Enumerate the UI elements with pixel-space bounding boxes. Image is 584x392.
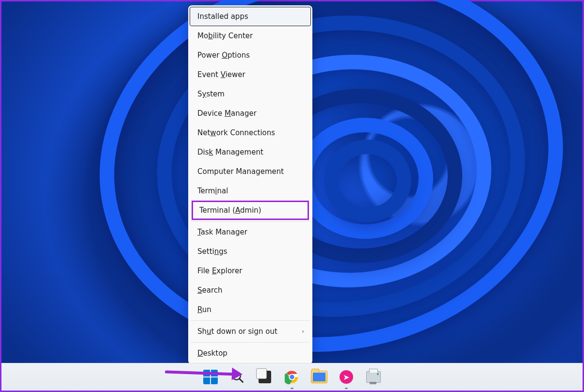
menu-item-installed-apps[interactable]: Installed apps xyxy=(190,7,311,26)
menu-item-terminal-admin[interactable]: Terminal (Admin) xyxy=(192,201,309,220)
menu-item-event-viewer[interactable]: Event Viewer xyxy=(190,65,311,84)
task-view-button[interactable] xyxy=(255,367,275,387)
menu-divider xyxy=(191,221,310,221)
menu-item-file-explorer[interactable]: File Explorer xyxy=(190,261,311,281)
menu-item-disk-management[interactable]: Disk Management xyxy=(190,142,311,162)
menu-divider xyxy=(191,342,310,343)
taskbar-app-file-explorer[interactable] xyxy=(309,367,329,387)
annotation-arrow-head xyxy=(232,368,243,381)
folder-icon xyxy=(311,371,327,383)
menu-item-computer-management[interactable]: Computer Management xyxy=(190,162,311,181)
task-view-icon xyxy=(259,371,271,383)
printer-icon xyxy=(366,371,381,383)
menu-item-power-options[interactable]: Power Options xyxy=(190,46,311,65)
menu-item-system[interactable]: System xyxy=(190,84,311,104)
menu-divider xyxy=(191,320,310,321)
wallpaper-swirl xyxy=(324,140,411,222)
winx-context-menu: Installed appsMobility CenterPower Optio… xyxy=(188,5,312,364)
menu-item-terminal[interactable]: Terminal xyxy=(190,181,311,201)
chrome-icon xyxy=(285,370,299,384)
taskbar-app-printer[interactable] xyxy=(364,367,383,387)
taskbar: ➤ xyxy=(1,363,583,391)
menu-item-run[interactable]: Run xyxy=(190,300,311,319)
menu-item-device-manager[interactable]: Device Manager xyxy=(190,104,311,123)
menu-item-task-manager[interactable]: Task Manager xyxy=(190,222,311,242)
menu-item-search[interactable]: Search xyxy=(190,281,311,300)
taskbar-app-share[interactable]: ➤ xyxy=(337,367,356,387)
menu-item-mobility-center[interactable]: Mobility Center xyxy=(190,26,311,46)
share-app-icon: ➤ xyxy=(340,370,353,384)
menu-item-desktop[interactable]: Desktop xyxy=(190,344,311,363)
chevron-right-icon: › xyxy=(302,326,304,337)
taskbar-app-chrome[interactable] xyxy=(282,367,302,387)
menu-item-shut-down-or-sign-out[interactable]: Shut down or sign out› xyxy=(190,322,311,341)
menu-item-settings[interactable]: Settings xyxy=(190,242,311,261)
menu-item-network-connections[interactable]: Network Connections xyxy=(190,123,311,142)
start-button[interactable] xyxy=(201,367,220,387)
